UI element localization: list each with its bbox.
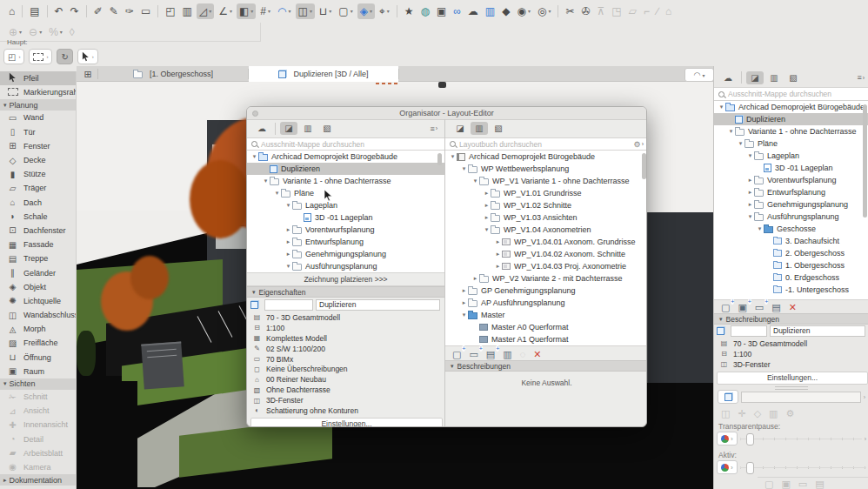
expand-open-icon[interactable]: ▾ xyxy=(756,225,764,232)
expand-closed-icon[interactable]: ▸ xyxy=(746,201,754,208)
toolbox-item-detail[interactable]: ◔Detail xyxy=(0,432,76,446)
view-id-field[interactable] xyxy=(264,299,313,311)
tree-item[interactable]: ▸Entwurfsplanung xyxy=(247,236,444,248)
expand-closed-icon[interactable]: ▸ xyxy=(494,238,502,245)
place-drawing-button[interactable]: Zeichnung platzieren >>> xyxy=(247,272,444,286)
tree-item[interactable]: ▸WP_V2 Variante 2 - mit Dachterrasse xyxy=(445,272,647,285)
search-settings-button[interactable]: ⚙› xyxy=(634,140,644,149)
compass-button[interactable]: ◎▾ xyxy=(535,3,554,19)
panel-menu-button[interactable]: ≡› xyxy=(430,124,437,133)
magic-wand-button[interactable]: ⌖▾ xyxy=(377,3,392,19)
slope-tool-button[interactable]: ∠▾ xyxy=(216,3,235,19)
toolbox-item-fenster[interactable]: ⊞Fenster xyxy=(0,139,76,153)
expand-closed-icon[interactable]: ▸ xyxy=(746,189,754,196)
expand-closed-icon[interactable]: ▸ xyxy=(460,287,468,294)
tree-item[interactable]: ▾Archicad Demoprojekt Bürogebäude xyxy=(714,101,868,113)
expand-closed-icon[interactable]: ▸ xyxy=(471,275,479,282)
toolbox-item-kamera[interactable]: ◉Kamera xyxy=(0,460,76,474)
tree-item[interactable]: ▸Entwurfsplanung xyxy=(714,186,868,198)
settings-button[interactable]: Einstellungen... xyxy=(250,418,443,427)
toolbox-item-stütze[interactable]: ▮Stütze xyxy=(0,167,76,181)
toolbox-item-ansicht[interactable]: ⊿Ansicht xyxy=(0,404,76,418)
layout-settings-button[interactable]: ▥ xyxy=(503,349,511,359)
layoutbook-tab-button[interactable]: ▥ xyxy=(299,122,317,135)
beschreibungen-header[interactable]: ▾ Beschreibungen xyxy=(714,313,868,325)
keynote-button[interactable]: ✇ xyxy=(578,3,592,19)
expand-closed-icon[interactable]: ▸ xyxy=(483,214,491,221)
expand-open-icon[interactable]: ▾ xyxy=(273,190,281,197)
toolbox-item-schale[interactable]: ◗Schale xyxy=(0,210,76,224)
line-tool-button[interactable]: ∕ xyxy=(654,3,661,19)
toolbox-item-wand[interactable]: ▭Wand xyxy=(0,111,76,124)
tree-item[interactable]: ▸WP_V1.04.01 Axonom. Grundrisse xyxy=(445,236,647,248)
toolbox-item-dachfenster[interactable]: ⊡Dachfenster xyxy=(0,224,76,238)
expand-open-icon[interactable]: ▾ xyxy=(262,178,270,184)
tree-item[interactable]: ▾Ausführungsplanung xyxy=(247,260,444,272)
toolbox-item-wandabschluss[interactable]: ◫Wandabschluss xyxy=(0,308,76,322)
pickup-parameters-button[interactable]: ✐ xyxy=(91,3,105,19)
home-button[interactable]: ⌂ xyxy=(6,3,17,19)
scissors-button[interactable]: ✂ xyxy=(563,3,577,19)
expand-closed-icon[interactable]: ▸ xyxy=(494,263,502,270)
toolbox-item-innenansicht[interactable]: ✚Innenansicht xyxy=(0,418,76,432)
toolbox-section-sichten[interactable]: ▾ Sichten xyxy=(0,378,76,390)
scrollbar[interactable] xyxy=(642,153,646,179)
dimensions-button[interactable]: ▥ xyxy=(180,3,195,19)
clone-folder-button[interactable]: ▣+ xyxy=(738,302,746,312)
view-name-field[interactable]: Duplizieren xyxy=(316,299,440,311)
image-placement-button[interactable]: ▣ xyxy=(434,3,449,19)
label-tag-button[interactable]: ◆ xyxy=(499,3,512,19)
beschreibungen-header[interactable]: ▾ Beschreibungen xyxy=(445,360,647,372)
layoutbook-tab-button[interactable]: ▥ xyxy=(471,122,488,135)
toolbox-item-decke[interactable]: ◇Decke xyxy=(0,153,76,167)
undo-button[interactable]: ↶ xyxy=(52,3,66,19)
save-button[interactable]: ▤ xyxy=(27,3,42,19)
slider-track[interactable] xyxy=(740,466,866,469)
viewmap-search-input[interactable]: Ausschnitt-Mappe durchsuchen xyxy=(247,137,444,151)
tree-item[interactable]: ▸WP_V1.04.03 Proj. Axonometrie xyxy=(445,260,647,272)
expand-closed-icon[interactable]: ▸ xyxy=(284,226,292,233)
layoutbook-tab-button[interactable]: ▥ xyxy=(765,71,783,84)
new-folder-button[interactable]: ▭+ xyxy=(469,349,477,359)
toolbox-item-dach[interactable]: ⌂Dach xyxy=(0,196,76,210)
new-viewpoint-button[interactable]: ▢+ xyxy=(721,302,730,312)
tree-item[interactable]: Master A1 Querformat xyxy=(445,333,647,345)
trace-pie-button[interactable]: › xyxy=(717,460,738,474)
tree-item[interactable]: ▾Lageplan xyxy=(714,150,868,162)
cursor-button[interactable]: › xyxy=(77,49,98,64)
redo-button[interactable]: ↷ xyxy=(68,3,82,19)
tree-item[interactable]: ▾Archicad Demoprojekt Bürogebäude xyxy=(445,151,647,163)
toolbox-item-träger[interactable]: ▱Träger xyxy=(0,181,76,195)
teamwork-cloud-icon[interactable]: ☁ xyxy=(253,122,270,135)
tree-item[interactable]: ▸Genehmigungsplanung xyxy=(714,198,868,211)
toolbox-item-markierungsrahmen[interactable]: Markierungsrahmen xyxy=(0,85,76,99)
percent-scale-button[interactable]: %▾ xyxy=(46,24,65,40)
navigator-menu-button[interactable]: ≡› xyxy=(857,73,865,82)
viewmap-tab-button[interactable]: ◪ xyxy=(451,122,469,135)
toolbox-item-öffnung[interactable]: ⊔Öffnung xyxy=(0,351,76,365)
tab-overview-button[interactable]: ⊞ xyxy=(78,67,97,81)
expand-open-icon[interactable]: ▾ xyxy=(471,178,479,184)
tree-item[interactable]: ▸WP_V1.04.02 Axonom. Schnitte xyxy=(445,248,647,260)
tree-item[interactable]: ▸Genehmigungsplanung xyxy=(247,248,444,260)
view-settings-button[interactable]: ◠▾ xyxy=(684,68,714,82)
toolbox-item-arbeitsblatt[interactable]: ▰Arbeitsblatt xyxy=(0,446,76,460)
expand-open-icon[interactable]: ▾ xyxy=(483,226,491,233)
settings-button[interactable]: Einstellungen... xyxy=(717,372,868,385)
tree-item[interactable]: ▾Variante 1 - ohne Dachterrasse xyxy=(714,125,868,137)
expand-open-icon[interactable]: ▾ xyxy=(737,140,744,147)
tree-item[interactable]: ▾Lageplan xyxy=(247,199,444,211)
camera-path-button[interactable]: ◉▾ xyxy=(514,3,533,19)
zoom-out-button[interactable]: ⊖▾ xyxy=(26,24,44,40)
tree-item[interactable]: ▾Geschosse xyxy=(714,223,868,235)
expand-open-icon[interactable]: ▾ xyxy=(460,165,468,172)
toolbox-item-lichtquelle[interactable]: ✺Lichtquelle xyxy=(0,294,76,308)
new-subset-button[interactable]: ▤+ xyxy=(486,349,495,359)
publisher-tab-button[interactable]: ▧ xyxy=(490,122,507,135)
expand-closed-icon[interactable]: ▸ xyxy=(483,190,491,197)
hotlink-button[interactable]: ∞ xyxy=(451,3,464,19)
toolbox-item-pfeil[interactable]: Pfeil xyxy=(0,71,76,85)
slider-thumb[interactable] xyxy=(746,462,754,474)
publisher-tab-button[interactable]: ▧ xyxy=(785,71,802,84)
delete-button[interactable]: ✕ xyxy=(789,302,797,312)
